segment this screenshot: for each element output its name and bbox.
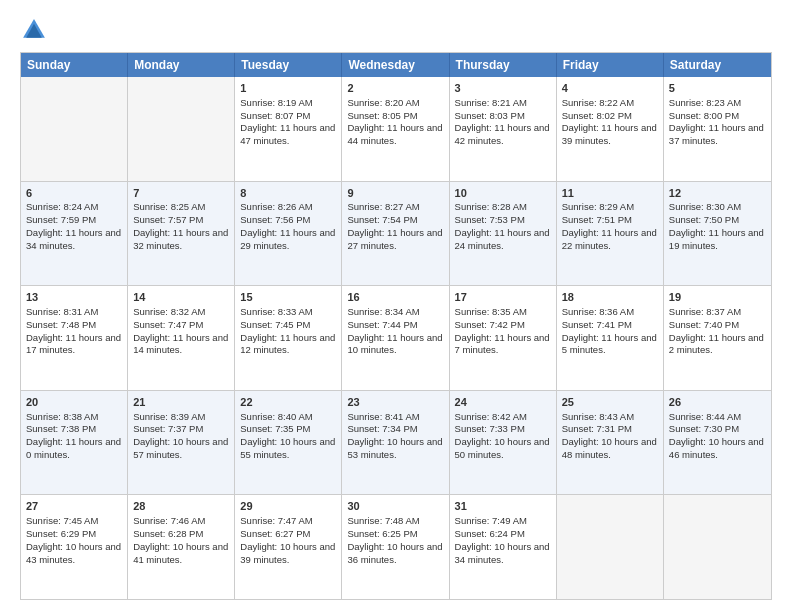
day-number: 3 <box>455 81 551 96</box>
day-cell-2: 2Sunrise: 8:20 AM Sunset: 8:05 PM Daylig… <box>342 77 449 181</box>
empty-cell <box>128 77 235 181</box>
day-cell-20: 20Sunrise: 8:38 AM Sunset: 7:38 PM Dayli… <box>21 391 128 495</box>
day-info: Sunrise: 8:22 AM Sunset: 8:02 PM Dayligh… <box>562 97 657 146</box>
calendar-row-0: 1Sunrise: 8:19 AM Sunset: 8:07 PM Daylig… <box>21 77 771 181</box>
day-info: Sunrise: 7:48 AM Sunset: 6:25 PM Dayligh… <box>347 515 442 564</box>
day-number: 13 <box>26 290 122 305</box>
day-number: 4 <box>562 81 658 96</box>
day-cell-27: 27Sunrise: 7:45 AM Sunset: 6:29 PM Dayli… <box>21 495 128 599</box>
day-cell-15: 15Sunrise: 8:33 AM Sunset: 7:45 PM Dayli… <box>235 286 342 390</box>
day-cell-12: 12Sunrise: 8:30 AM Sunset: 7:50 PM Dayli… <box>664 182 771 286</box>
day-info: Sunrise: 8:43 AM Sunset: 7:31 PM Dayligh… <box>562 411 657 460</box>
day-cell-3: 3Sunrise: 8:21 AM Sunset: 8:03 PM Daylig… <box>450 77 557 181</box>
day-info: Sunrise: 7:46 AM Sunset: 6:28 PM Dayligh… <box>133 515 228 564</box>
day-info: Sunrise: 8:37 AM Sunset: 7:40 PM Dayligh… <box>669 306 764 355</box>
day-number: 29 <box>240 499 336 514</box>
day-info: Sunrise: 8:32 AM Sunset: 7:47 PM Dayligh… <box>133 306 228 355</box>
calendar-header: SundayMondayTuesdayWednesdayThursdayFrid… <box>21 53 771 77</box>
day-info: Sunrise: 8:40 AM Sunset: 7:35 PM Dayligh… <box>240 411 335 460</box>
weekday-header-saturday: Saturday <box>664 53 771 77</box>
day-cell-11: 11Sunrise: 8:29 AM Sunset: 7:51 PM Dayli… <box>557 182 664 286</box>
day-number: 18 <box>562 290 658 305</box>
day-number: 9 <box>347 186 443 201</box>
day-info: Sunrise: 8:35 AM Sunset: 7:42 PM Dayligh… <box>455 306 550 355</box>
day-number: 21 <box>133 395 229 410</box>
day-number: 27 <box>26 499 122 514</box>
day-cell-9: 9Sunrise: 8:27 AM Sunset: 7:54 PM Daylig… <box>342 182 449 286</box>
day-info: Sunrise: 8:38 AM Sunset: 7:38 PM Dayligh… <box>26 411 121 460</box>
day-cell-21: 21Sunrise: 8:39 AM Sunset: 7:37 PM Dayli… <box>128 391 235 495</box>
day-number: 10 <box>455 186 551 201</box>
day-cell-25: 25Sunrise: 8:43 AM Sunset: 7:31 PM Dayli… <box>557 391 664 495</box>
weekday-header-tuesday: Tuesday <box>235 53 342 77</box>
day-info: Sunrise: 8:20 AM Sunset: 8:05 PM Dayligh… <box>347 97 442 146</box>
day-number: 30 <box>347 499 443 514</box>
day-number: 25 <box>562 395 658 410</box>
calendar-row-4: 27Sunrise: 7:45 AM Sunset: 6:29 PM Dayli… <box>21 494 771 599</box>
day-info: Sunrise: 8:26 AM Sunset: 7:56 PM Dayligh… <box>240 201 335 250</box>
day-info: Sunrise: 8:36 AM Sunset: 7:41 PM Dayligh… <box>562 306 657 355</box>
logo-icon <box>20 16 48 44</box>
day-info: Sunrise: 8:39 AM Sunset: 7:37 PM Dayligh… <box>133 411 228 460</box>
day-info: Sunrise: 8:34 AM Sunset: 7:44 PM Dayligh… <box>347 306 442 355</box>
day-info: Sunrise: 8:41 AM Sunset: 7:34 PM Dayligh… <box>347 411 442 460</box>
day-number: 28 <box>133 499 229 514</box>
header <box>20 16 772 44</box>
weekday-header-friday: Friday <box>557 53 664 77</box>
day-info: Sunrise: 8:28 AM Sunset: 7:53 PM Dayligh… <box>455 201 550 250</box>
day-cell-23: 23Sunrise: 8:41 AM Sunset: 7:34 PM Dayli… <box>342 391 449 495</box>
day-cell-8: 8Sunrise: 8:26 AM Sunset: 7:56 PM Daylig… <box>235 182 342 286</box>
day-number: 6 <box>26 186 122 201</box>
day-number: 22 <box>240 395 336 410</box>
day-info: Sunrise: 8:33 AM Sunset: 7:45 PM Dayligh… <box>240 306 335 355</box>
weekday-header-wednesday: Wednesday <box>342 53 449 77</box>
calendar-body: 1Sunrise: 8:19 AM Sunset: 8:07 PM Daylig… <box>21 77 771 599</box>
day-number: 19 <box>669 290 766 305</box>
day-info: Sunrise: 8:42 AM Sunset: 7:33 PM Dayligh… <box>455 411 550 460</box>
day-number: 2 <box>347 81 443 96</box>
day-cell-16: 16Sunrise: 8:34 AM Sunset: 7:44 PM Dayli… <box>342 286 449 390</box>
calendar-row-1: 6Sunrise: 8:24 AM Sunset: 7:59 PM Daylig… <box>21 181 771 286</box>
day-number: 23 <box>347 395 443 410</box>
day-info: Sunrise: 8:21 AM Sunset: 8:03 PM Dayligh… <box>455 97 550 146</box>
day-info: Sunrise: 8:23 AM Sunset: 8:00 PM Dayligh… <box>669 97 764 146</box>
day-cell-4: 4Sunrise: 8:22 AM Sunset: 8:02 PM Daylig… <box>557 77 664 181</box>
calendar: SundayMondayTuesdayWednesdayThursdayFrid… <box>20 52 772 600</box>
weekday-header-sunday: Sunday <box>21 53 128 77</box>
day-cell-10: 10Sunrise: 8:28 AM Sunset: 7:53 PM Dayli… <box>450 182 557 286</box>
weekday-header-thursday: Thursday <box>450 53 557 77</box>
day-cell-1: 1Sunrise: 8:19 AM Sunset: 8:07 PM Daylig… <box>235 77 342 181</box>
day-info: Sunrise: 7:47 AM Sunset: 6:27 PM Dayligh… <box>240 515 335 564</box>
day-number: 16 <box>347 290 443 305</box>
day-cell-22: 22Sunrise: 8:40 AM Sunset: 7:35 PM Dayli… <box>235 391 342 495</box>
weekday-header-monday: Monday <box>128 53 235 77</box>
day-cell-5: 5Sunrise: 8:23 AM Sunset: 8:00 PM Daylig… <box>664 77 771 181</box>
day-cell-30: 30Sunrise: 7:48 AM Sunset: 6:25 PM Dayli… <box>342 495 449 599</box>
day-cell-7: 7Sunrise: 8:25 AM Sunset: 7:57 PM Daylig… <box>128 182 235 286</box>
day-info: Sunrise: 7:45 AM Sunset: 6:29 PM Dayligh… <box>26 515 121 564</box>
day-cell-24: 24Sunrise: 8:42 AM Sunset: 7:33 PM Dayli… <box>450 391 557 495</box>
day-cell-13: 13Sunrise: 8:31 AM Sunset: 7:48 PM Dayli… <box>21 286 128 390</box>
empty-cell <box>21 77 128 181</box>
day-number: 20 <box>26 395 122 410</box>
day-cell-6: 6Sunrise: 8:24 AM Sunset: 7:59 PM Daylig… <box>21 182 128 286</box>
logo <box>20 16 52 44</box>
day-info: Sunrise: 8:27 AM Sunset: 7:54 PM Dayligh… <box>347 201 442 250</box>
day-cell-28: 28Sunrise: 7:46 AM Sunset: 6:28 PM Dayli… <box>128 495 235 599</box>
day-number: 1 <box>240 81 336 96</box>
day-number: 24 <box>455 395 551 410</box>
day-cell-26: 26Sunrise: 8:44 AM Sunset: 7:30 PM Dayli… <box>664 391 771 495</box>
day-info: Sunrise: 7:49 AM Sunset: 6:24 PM Dayligh… <box>455 515 550 564</box>
day-info: Sunrise: 8:25 AM Sunset: 7:57 PM Dayligh… <box>133 201 228 250</box>
day-number: 12 <box>669 186 766 201</box>
day-number: 5 <box>669 81 766 96</box>
day-info: Sunrise: 8:24 AM Sunset: 7:59 PM Dayligh… <box>26 201 121 250</box>
day-cell-17: 17Sunrise: 8:35 AM Sunset: 7:42 PM Dayli… <box>450 286 557 390</box>
day-cell-19: 19Sunrise: 8:37 AM Sunset: 7:40 PM Dayli… <box>664 286 771 390</box>
day-info: Sunrise: 8:30 AM Sunset: 7:50 PM Dayligh… <box>669 201 764 250</box>
day-number: 15 <box>240 290 336 305</box>
day-number: 7 <box>133 186 229 201</box>
day-cell-31: 31Sunrise: 7:49 AM Sunset: 6:24 PM Dayli… <box>450 495 557 599</box>
empty-cell <box>664 495 771 599</box>
calendar-row-2: 13Sunrise: 8:31 AM Sunset: 7:48 PM Dayli… <box>21 285 771 390</box>
